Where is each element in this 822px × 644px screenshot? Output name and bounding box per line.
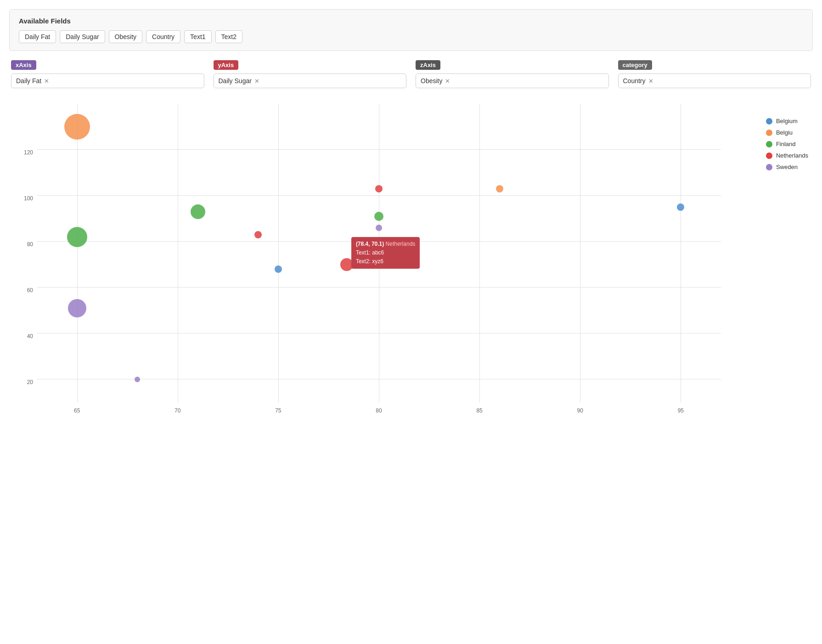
available-fields-title: Available Fields	[19, 17, 803, 25]
zaxis-group: zAxis Obesity ✕	[416, 60, 609, 88]
legend-dot	[766, 118, 772, 124]
grid-line-vertical	[178, 104, 178, 402]
y-axis-tick-label: 60	[27, 287, 33, 294]
legend-label: Belgium	[776, 118, 798, 124]
legend-item: Belgium	[766, 118, 808, 124]
legend-dot	[766, 164, 772, 170]
legend-item: Netherlands	[766, 152, 808, 159]
legend-item: Finland	[766, 141, 808, 147]
legend-label: Netherlands	[776, 152, 808, 159]
category-label: category	[618, 60, 652, 70]
zaxis-field-box[interactable]: Obesity ✕	[416, 73, 609, 88]
legend-item: Belgiu	[766, 129, 808, 136]
y-axis-tick-label: 40	[27, 333, 33, 339]
legend-item: Sweden	[766, 164, 808, 170]
legend-dot	[766, 153, 772, 159]
xaxis-group: xAxis Daily Fat ✕	[11, 60, 204, 88]
available-fields-panel: Available Fields Daily FatDaily SugarObe…	[9, 9, 813, 51]
yaxis-remove[interactable]: ✕	[254, 78, 259, 85]
yaxis-label: yAxis	[214, 60, 239, 70]
y-axis-tick-label: 80	[27, 241, 33, 248]
grid-line-vertical	[379, 104, 379, 402]
grid-line-vertical	[77, 104, 78, 402]
field-pill-daily-sugar[interactable]: Daily Sugar	[60, 30, 105, 43]
grid-line-vertical	[681, 104, 681, 402]
field-pills-container: Daily FatDaily SugarObesityCountryText1T…	[19, 30, 803, 43]
bubble[interactable]	[375, 185, 383, 192]
yaxis-field-value: Daily Sugar	[219, 77, 252, 85]
x-axis-tick-label: 80	[376, 407, 382, 414]
x-axis-tick-label: 75	[275, 407, 281, 414]
zaxis-field-value: Obesity	[421, 77, 442, 85]
legend: BelgiumBelgiuFinlandNetherlandsSweden	[766, 118, 808, 170]
legend-dot	[766, 130, 772, 136]
legend-label: Belgiu	[776, 129, 793, 136]
chart-area: 2040608010012065707580859095(78.4, 70.1)…	[37, 104, 721, 402]
legend-label: Sweden	[776, 164, 798, 170]
category-remove[interactable]: ✕	[648, 78, 653, 85]
category-field-box[interactable]: Country ✕	[618, 73, 811, 88]
bubble[interactable]	[254, 231, 262, 238]
field-pill-obesity[interactable]: Obesity	[109, 30, 142, 43]
bubble[interactable]	[135, 377, 140, 382]
x-axis-tick-label: 95	[678, 407, 684, 414]
chart-container: 2040608010012065707580859095(78.4, 70.1)…	[9, 99, 813, 421]
bubble[interactable]	[67, 227, 87, 247]
zaxis-label: zAxis	[416, 60, 440, 70]
yaxis-group: yAxis Daily Sugar ✕	[214, 60, 407, 88]
bubble[interactable]	[677, 203, 684, 211]
category-field-value: Country	[623, 77, 646, 85]
bubble[interactable]	[275, 266, 282, 273]
bubble[interactable]	[374, 212, 383, 221]
x-axis-tick-label: 70	[175, 407, 180, 414]
yaxis-field-box[interactable]: Daily Sugar ✕	[214, 73, 407, 88]
x-axis-tick-label: 85	[476, 407, 482, 414]
grid-line-vertical	[580, 104, 580, 402]
xaxis-label: xAxis	[11, 60, 36, 70]
xaxis-field-box[interactable]: Daily Fat ✕	[11, 73, 204, 88]
field-pill-daily-fat[interactable]: Daily Fat	[19, 30, 56, 43]
y-axis-tick-label: 20	[27, 379, 33, 385]
x-axis-tick-label: 65	[74, 407, 80, 414]
xaxis-field-value: Daily Fat	[16, 77, 41, 85]
bubble[interactable]	[68, 299, 86, 317]
legend-label: Finland	[776, 141, 796, 147]
legend-dot	[766, 141, 772, 147]
xaxis-remove[interactable]: ✕	[44, 78, 49, 85]
category-group: category Country ✕	[618, 60, 811, 88]
zaxis-remove[interactable]: ✕	[445, 78, 450, 85]
y-axis-tick-label: 120	[24, 149, 33, 156]
grid-line-vertical	[278, 104, 279, 402]
bubble[interactable]	[191, 204, 205, 219]
axis-section: xAxis Daily Fat ✕ yAxis Daily Sugar ✕ zA…	[9, 60, 813, 88]
field-pill-text1[interactable]: Text1	[184, 30, 211, 43]
bubble[interactable]	[340, 258, 353, 271]
x-axis-tick-label: 90	[577, 407, 583, 414]
field-pill-country[interactable]: Country	[146, 30, 180, 43]
field-pill-text2[interactable]: Text2	[215, 30, 242, 43]
bubble[interactable]	[64, 114, 90, 140]
y-axis-tick-label: 100	[24, 195, 33, 202]
grid-line-vertical	[479, 104, 480, 402]
bubble[interactable]	[496, 185, 503, 192]
bubble[interactable]	[376, 225, 382, 231]
